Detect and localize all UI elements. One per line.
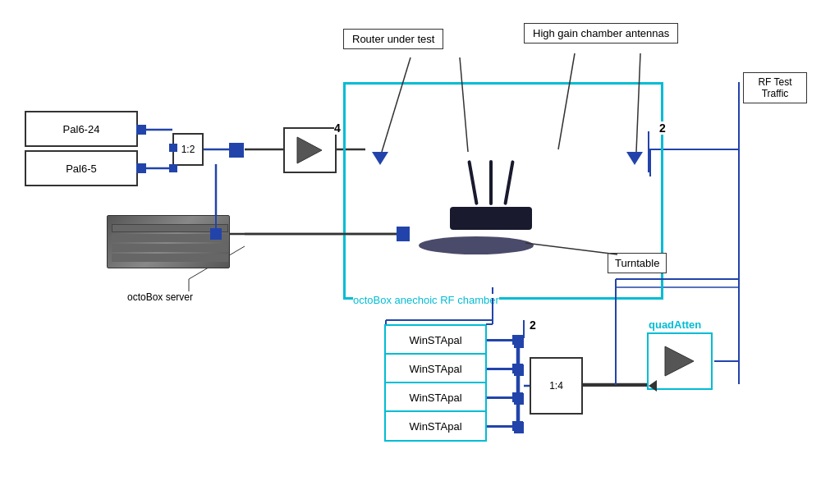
quad-atten-arrow-icon bbox=[649, 334, 711, 388]
winstapal-4-label: WinSTApal bbox=[409, 420, 461, 433]
antenna-center bbox=[489, 160, 493, 205]
router-antennas bbox=[471, 160, 511, 205]
svg-rect-14 bbox=[514, 337, 524, 348]
mid-connector bbox=[229, 143, 244, 158]
antenna-right bbox=[503, 160, 514, 205]
winstapal-3-label: WinSTApal bbox=[409, 392, 461, 404]
splitter-1-2-box: 1:2 bbox=[172, 133, 204, 166]
chamber-name-label: octoBox anechoic RF chamber bbox=[353, 294, 499, 306]
antenna-left bbox=[467, 160, 478, 205]
left-switch-box bbox=[283, 127, 337, 173]
svg-marker-38 bbox=[665, 346, 694, 376]
splitter-1-4-label: 1:4 bbox=[549, 380, 563, 392]
svg-rect-55 bbox=[512, 392, 523, 402]
turntable-label: Turntable bbox=[615, 257, 659, 269]
pal24-connector bbox=[136, 125, 146, 135]
quad-atten-label: quadAtten bbox=[649, 318, 701, 331]
svg-rect-56 bbox=[512, 421, 523, 431]
svg-rect-16 bbox=[514, 393, 524, 405]
port-2-top-label: 2 bbox=[659, 121, 666, 135]
server-label: octoBox server bbox=[127, 291, 193, 303]
triangle-left bbox=[372, 152, 388, 165]
turntable-box: Turntable bbox=[608, 253, 667, 273]
winstapal-3-box: WinSTApal bbox=[384, 382, 487, 413]
rf-test-label: RF TestTraffic bbox=[758, 76, 791, 99]
pal6-24-label: Pal6-24 bbox=[63, 123, 100, 135]
diagram: Pal6-24 Pal6-5 1:2 4 Turnt bbox=[0, 0, 821, 504]
svg-rect-17 bbox=[514, 422, 524, 433]
quad-atten-box bbox=[647, 332, 713, 390]
svg-rect-53 bbox=[512, 335, 523, 345]
high-gain-callout: High gain chamber antennas bbox=[524, 23, 678, 44]
turntable-ellipse bbox=[419, 236, 534, 254]
port-4-label: 4 bbox=[334, 121, 341, 135]
pal5-connector bbox=[136, 163, 146, 173]
high-gain-label: High gain chamber antennas bbox=[533, 27, 669, 39]
pal6-5-box: Pal6-5 bbox=[25, 150, 138, 186]
router-body bbox=[450, 207, 532, 230]
router-under-test-callout: Router under test bbox=[343, 29, 443, 49]
svg-marker-30 bbox=[297, 137, 322, 163]
router-shape bbox=[450, 160, 532, 230]
winstapal-4-box: WinSTApal bbox=[384, 410, 487, 442]
winstapal-1-label: WinSTApal bbox=[409, 334, 461, 346]
port-2-bottom-label: 2 bbox=[530, 318, 536, 332]
svg-rect-15 bbox=[514, 364, 524, 376]
left-arrow-icon bbox=[285, 129, 335, 172]
rf-test-callout: RF TestTraffic bbox=[743, 72, 807, 103]
pal6-5-label: Pal6-5 bbox=[66, 163, 97, 175]
triangle-right bbox=[626, 152, 643, 165]
splitter-1-2-label: 1:2 bbox=[181, 144, 195, 155]
splitter-1-4-box: 1:4 bbox=[530, 357, 583, 415]
winstapal-1-box: WinSTApal bbox=[384, 324, 487, 355]
svg-rect-54 bbox=[512, 364, 523, 373]
winstapal-2-box: WinSTApal bbox=[384, 353, 487, 384]
server-rack bbox=[107, 215, 230, 268]
winstapal-2-label: WinSTApal bbox=[409, 363, 461, 375]
pal6-24-box: Pal6-24 bbox=[25, 111, 138, 147]
router-under-test-label: Router under test bbox=[352, 33, 434, 45]
